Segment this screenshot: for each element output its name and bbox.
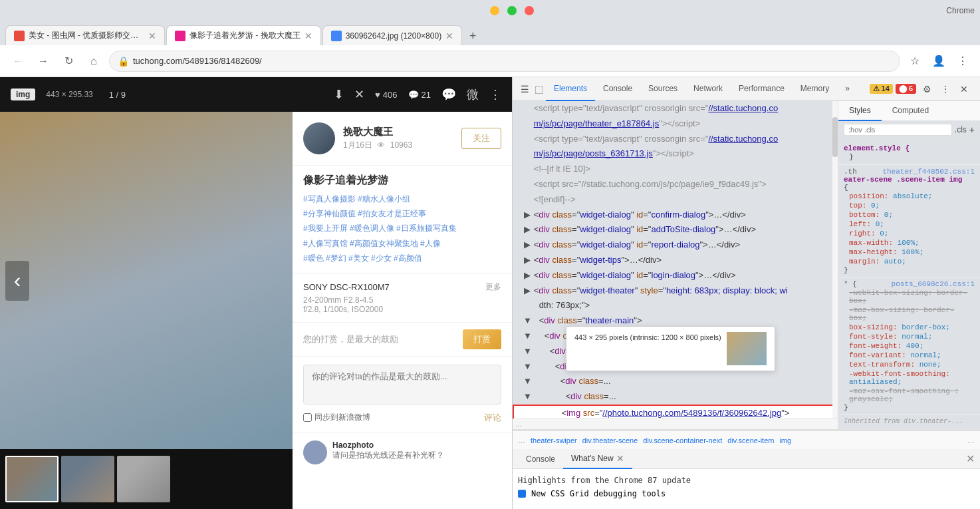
tab-console[interactable]: Console xyxy=(595,77,640,101)
img-dimensions: 443 × 295.33 xyxy=(46,90,92,99)
dom-line-div4[interactable]: ▶ <div class="widget-tips">…</div> xyxy=(513,253,838,268)
breadcrumb-item-3[interactable]: div.scene-container-next xyxy=(643,436,722,444)
dom-scrollbar-thumb[interactable] xyxy=(832,117,838,157)
dom-breadcrumb-dots[interactable]: … xyxy=(515,421,522,428)
minimize-btn[interactable] xyxy=(490,6,499,15)
wechat-icon[interactable]: 💬 xyxy=(441,87,456,102)
dom-line-comment1[interactable]: <!--[if lt IE 10]> xyxy=(513,162,838,177)
dom-line-theater2[interactable]: dth: 763px;"> xyxy=(513,298,838,313)
tip-button[interactable]: 打赏 xyxy=(463,329,501,349)
tab-item-2[interactable]: 像影子追着光梦游 - 挽歌大魔王 ✕ xyxy=(166,25,321,45)
thumbnail-1[interactable] xyxy=(5,456,59,502)
sync-checkbox-label[interactable]: 同步到新浪微博 xyxy=(303,412,370,423)
more-options-button[interactable]: ⋮ xyxy=(937,81,953,97)
tab-elements[interactable]: Elements xyxy=(546,77,595,101)
dom-line-div1[interactable]: ▶ <div class="widget-dialog" id="confirm… xyxy=(513,208,838,223)
dom-line-thea5[interactable]: ▼ <div class=... xyxy=(513,389,838,405)
styles-filter-input[interactable] xyxy=(844,124,952,136)
tab-close-2[interactable]: ✕ xyxy=(305,31,312,41)
forward-button[interactable]: → xyxy=(33,51,53,71)
style-brace-close2: } xyxy=(844,404,975,412)
more-button[interactable]: 更多 xyxy=(485,281,501,293)
dom-line-div3[interactable]: ▶ <div class="widget-dialog" id="report-… xyxy=(513,238,838,253)
close-btn[interactable] xyxy=(525,6,534,15)
tab-sources[interactable]: Sources xyxy=(640,77,685,101)
devtools-close-button[interactable]: ✕ xyxy=(956,81,972,97)
dom-scrollbar[interactable] xyxy=(832,101,838,419)
dom-line-comment2[interactable]: <![endif]--> xyxy=(513,192,838,208)
styles-tab-computed[interactable]: Computed xyxy=(882,101,939,121)
thumbnail-2[interactable] xyxy=(61,456,114,502)
dom-line-2[interactable]: <script type="text/javascript" crossorig… xyxy=(513,132,838,147)
devtools-inspect-btn[interactable]: ⬚ xyxy=(532,84,546,94)
weibo-icon[interactable]: 微 xyxy=(467,86,479,102)
author-info: 挽歌大魔王 1月16日 👁 10963 xyxy=(343,126,453,151)
submit-button[interactable]: 评论 xyxy=(484,412,501,424)
console-tab-whatsnew[interactable]: What's New ✕ xyxy=(563,449,632,469)
prev-arrow[interactable]: ‹ xyxy=(5,261,29,301)
tab-network[interactable]: Network xyxy=(685,77,731,101)
style-prop-bottom: bottom: 0; xyxy=(844,210,975,220)
menu-button[interactable]: ⋮ xyxy=(953,52,972,71)
console-item-highlights: Highlights from the Chrome 87 update xyxy=(518,474,975,486)
profile-button[interactable]: 👤 xyxy=(929,52,948,71)
breadcrumb-more[interactable]: … xyxy=(967,436,975,444)
comment-input[interactable] xyxy=(303,365,501,405)
address-bar[interactable]: 🔒 tuchong.com/5489136/81482609/ xyxy=(109,51,900,72)
comment-button[interactable]: 💬 21 xyxy=(408,90,431,100)
thumbnail-3[interactable] xyxy=(117,456,170,502)
devtools-toggle-btn[interactable]: ☰ xyxy=(518,84,532,94)
breadcrumb-item-5[interactable]: img xyxy=(779,436,791,444)
console-close-btn[interactable]: ✕ xyxy=(966,452,975,465)
whatsnew-close-btn[interactable]: ✕ xyxy=(616,453,624,464)
style-source-link-1[interactable]: theater_f448502.css:1 xyxy=(882,168,975,176)
tab-close-1[interactable]: ✕ xyxy=(148,31,156,41)
tab-close-3[interactable]: ✕ xyxy=(445,31,453,41)
window-title: Chrome xyxy=(946,6,975,15)
dom-line-div2[interactable]: ▶ <div class="widget-dialog" id="addToSi… xyxy=(513,222,838,238)
console-tab-console[interactable]: Console xyxy=(518,449,563,469)
back-button[interactable]: ← xyxy=(8,51,28,71)
style-prop-moz-box-sizing: -moz-box-sizing: border-box; xyxy=(844,305,975,323)
dom-line-thea3[interactable]: ▼ <div class="..."> 443 × 295 pixels (in… xyxy=(513,359,838,375)
tab-performance[interactable]: Performance xyxy=(731,77,793,101)
close-icon[interactable]: ✕ xyxy=(354,87,364,102)
tab-memory[interactable]: Memory xyxy=(793,77,837,101)
follow-button[interactable]: 关注 xyxy=(461,128,501,149)
reload-button[interactable]: ↻ xyxy=(59,51,78,71)
dom-line-theater[interactable]: ▶ <div class="widget-theater" style="hei… xyxy=(513,283,838,299)
breadcrumb-item-1[interactable]: theater-swiper xyxy=(531,436,577,444)
dom-line-div5[interactable]: ▶ <div class="widget-dialog" id="login-d… xyxy=(513,268,838,283)
maximize-btn[interactable] xyxy=(507,6,517,15)
tab-title-1: 美女 - 图虫网 - 优质摄影师交流... xyxy=(29,30,144,41)
dom-line-ie[interactable]: <script src="//static.tuchong.com/js/pc/… xyxy=(513,177,838,192)
bookmark-button[interactable]: ☆ xyxy=(906,52,924,71)
dom-line-1[interactable]: <script type="text/javascript" crossorig… xyxy=(513,101,838,116)
styles-add-btn[interactable]: + xyxy=(969,124,975,135)
dom-line-1b[interactable]: m/js/pc/page/theater_e187864.js"></scrip… xyxy=(513,116,838,132)
new-tab-button[interactable]: + xyxy=(463,27,482,45)
console-content: Highlights from the Chrome 87 update New… xyxy=(513,469,980,504)
breadcrumb-item-4[interactable]: div.scene-item xyxy=(727,436,774,444)
dom-line-2b[interactable]: m/js/pc/page/posts_6361713.js"></script> xyxy=(513,146,838,162)
settings-button[interactable]: ⚙ xyxy=(919,81,935,97)
like-button[interactable]: ♥ 406 xyxy=(375,90,397,100)
tab-title-3: 360962642.jpg (1200×800) xyxy=(346,31,441,41)
breadcrumb-item-2[interactable]: div.theater-scene xyxy=(582,436,638,444)
download-icon[interactable]: ⬇ xyxy=(334,87,344,102)
style-source-link-2[interactable]: posts_6698c26.css:1 xyxy=(892,280,975,288)
home-button[interactable]: ⌂ xyxy=(84,51,104,71)
tab-item-3[interactable]: 360962642.jpg (1200×800) ✕ xyxy=(322,25,462,45)
styles-cls-btn[interactable]: .cls xyxy=(955,125,967,134)
sync-checkbox[interactable] xyxy=(303,413,312,422)
dom-line-img[interactable]: <img src="//photo.tuchong.com/5489136/f/… xyxy=(513,405,838,419)
dom-line-thea4[interactable]: ▼ <div class=... xyxy=(513,374,838,389)
dom-content[interactable]: <script type="text/javascript" crossorig… xyxy=(513,101,838,419)
style-source-2: * { posts_6698c26.css:1 xyxy=(844,280,975,288)
style-prop-webkit-font-smoothing: -webkit-font-smoothing: antialiased; xyxy=(844,369,975,387)
tab-more[interactable]: » xyxy=(837,77,858,101)
styles-tab-styles[interactable]: Styles xyxy=(838,101,882,121)
more-icon[interactable]: ⋮ xyxy=(489,87,501,102)
tooltip-text: 443 × 295 pixels (intrinsic: 1200 × 800 … xyxy=(574,333,721,341)
tab-item-1[interactable]: 美女 - 图虫网 - 优质摄影师交流... ✕ xyxy=(5,25,165,45)
